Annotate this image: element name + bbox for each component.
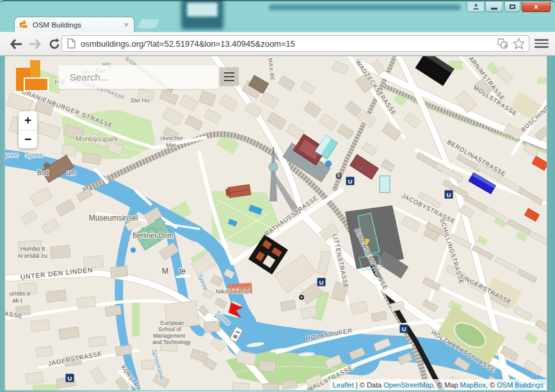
map-label: European bbox=[161, 320, 184, 326]
map-label: School of bbox=[158, 326, 181, 333]
reload-button[interactable] bbox=[47, 36, 62, 52]
hamburger-icon bbox=[224, 72, 234, 74]
osm-buildings-logo-icon bbox=[12, 59, 56, 95]
window-frame: B 1 UUUUUS ORANIENBURGER STRASSESOPHIENS… bbox=[0, 56, 555, 392]
map-menu-button[interactable] bbox=[220, 67, 239, 86]
map-viewport: B 1 UUUUUS ORANIENBURGER STRASSESOPHIENS… bbox=[4, 56, 547, 391]
url-text: osmbuildings.org/?lat=52.51974&lon=13.40… bbox=[81, 39, 497, 49]
zoom-in-button[interactable]: + bbox=[19, 111, 37, 130]
zoom-out-button[interactable]: − bbox=[19, 130, 37, 149]
minimize-button[interactable] bbox=[485, 2, 503, 12]
browser-toolbar: osmbuildings.org/?lat=52.51974&lon=13.40… bbox=[0, 32, 555, 56]
map-label: ak t bbox=[12, 297, 22, 304]
building-footprint bbox=[36, 346, 52, 357]
ubahn-icon: U bbox=[445, 191, 453, 199]
bookmark-star-icon[interactable] bbox=[513, 38, 525, 49]
map-label: Bod bbox=[37, 169, 49, 176]
map-label: Spree bbox=[25, 151, 43, 159]
poi-dot-icon bbox=[299, 295, 304, 300]
browser-menu-icon[interactable] bbox=[535, 37, 549, 50]
map-label: Die Hu bbox=[131, 97, 149, 104]
building-footprint bbox=[31, 319, 50, 332]
svg-text:U: U bbox=[348, 178, 353, 185]
building-footprint bbox=[26, 372, 44, 384]
attribution-link[interactable]: Leaflet bbox=[333, 381, 354, 389]
map-label: Monbijoupark bbox=[76, 135, 118, 143]
svg-text:S: S bbox=[337, 173, 341, 178]
address-bar[interactable]: osmbuildings.org/?lat=52.51974&lon=13.40… bbox=[61, 35, 529, 52]
browser-window: × OSM Buildings × osmb bbox=[0, 0, 555, 392]
svg-text:A: A bbox=[504, 43, 508, 48]
building-footprint bbox=[46, 290, 67, 302]
svg-text:U: U bbox=[402, 325, 406, 333]
svg-text:U: U bbox=[447, 191, 451, 198]
ubahn-icon: U bbox=[346, 177, 355, 185]
translate-icon[interactable]: A bbox=[497, 38, 508, 49]
map-label: Mar bbox=[166, 142, 176, 148]
maximize-icon bbox=[510, 4, 515, 9]
osm-buildings-favicon bbox=[19, 20, 28, 29]
attribution-text: | © Data bbox=[354, 381, 383, 389]
reload-icon bbox=[49, 38, 60, 50]
building-footprint bbox=[232, 382, 250, 390]
tab-close-icon[interactable]: × bbox=[124, 22, 129, 28]
window-controls: × bbox=[484, 2, 551, 12]
map-label: uristis e bbox=[10, 290, 31, 297]
attribution-link[interactable]: MapBox bbox=[460, 381, 486, 389]
back-arrow-icon bbox=[10, 39, 22, 49]
building-footprint bbox=[115, 345, 132, 356]
building-footprint bbox=[204, 321, 220, 333]
attribution-text: , © bbox=[486, 381, 497, 389]
attribution-link[interactable]: OpenStreetMap bbox=[383, 381, 433, 389]
profile-button[interactable] bbox=[467, 2, 485, 12]
map-attribution: Leaflet | © Data OpenStreetMap, © Map Ma… bbox=[330, 379, 547, 390]
search-input[interactable] bbox=[68, 71, 205, 83]
browser-tab[interactable]: OSM Buildings × bbox=[14, 17, 134, 32]
building-footprint bbox=[105, 306, 122, 317]
osm-buildings-logo[interactable] bbox=[12, 59, 56, 95]
close-icon: × bbox=[534, 3, 538, 12]
person-icon bbox=[472, 3, 479, 10]
building-footprint bbox=[110, 266, 128, 278]
svg-text:U: U bbox=[319, 279, 324, 286]
map-label: Nikolaiviertel bbox=[216, 288, 250, 295]
building-footprint bbox=[61, 145, 77, 157]
map-label: M bbox=[162, 267, 168, 276]
tab-title: OSM Buildings bbox=[33, 21, 124, 29]
building-footprint bbox=[141, 360, 154, 369]
ubahn-icon: U bbox=[318, 278, 326, 286]
building-footprint bbox=[259, 361, 277, 373]
ubahn-icon: U bbox=[400, 325, 408, 333]
page-icon bbox=[67, 38, 76, 49]
map-label: ckescher bbox=[160, 135, 183, 141]
minimize-icon bbox=[491, 8, 497, 10]
sbahn-icon: S bbox=[336, 173, 342, 179]
building-footprint bbox=[50, 246, 70, 259]
map-label: pree bbox=[5, 151, 19, 159]
map-label: um bbox=[67, 169, 76, 176]
svg-text:U: U bbox=[68, 375, 72, 382]
blue-dot-icon bbox=[326, 161, 332, 167]
attribution-text: , © Map bbox=[433, 381, 460, 389]
close-button[interactable]: × bbox=[522, 2, 551, 12]
map-search-box bbox=[58, 65, 218, 89]
cyan-outline-building bbox=[380, 176, 390, 192]
map-label: and Technology bbox=[152, 339, 191, 345]
building-footprint bbox=[77, 296, 96, 308]
map-canvas[interactable]: B 1 UUUUUS ORANIENBURGER STRASSESOPHIENS… bbox=[5, 56, 547, 390]
new-tab-button[interactable] bbox=[138, 19, 159, 28]
map-label: Museumsinsel bbox=[89, 214, 138, 223]
forward-arrow-icon bbox=[29, 39, 42, 49]
map-label: Humbo It bbox=[20, 245, 45, 252]
zoom-control: + − bbox=[19, 111, 37, 148]
building-footprint bbox=[262, 382, 278, 390]
attribution-link[interactable]: OSM Buildings bbox=[497, 381, 543, 389]
map-label: te bbox=[179, 267, 186, 276]
map-label: Berliner Dom bbox=[133, 231, 173, 239]
map-label: ni ersitä zu bbox=[18, 252, 47, 259]
forward-button[interactable] bbox=[28, 36, 43, 52]
back-button[interactable] bbox=[8, 36, 24, 52]
maximize-button[interactable] bbox=[504, 2, 520, 12]
map-label: Management bbox=[153, 333, 185, 339]
ubahn-icon: U bbox=[66, 374, 74, 382]
